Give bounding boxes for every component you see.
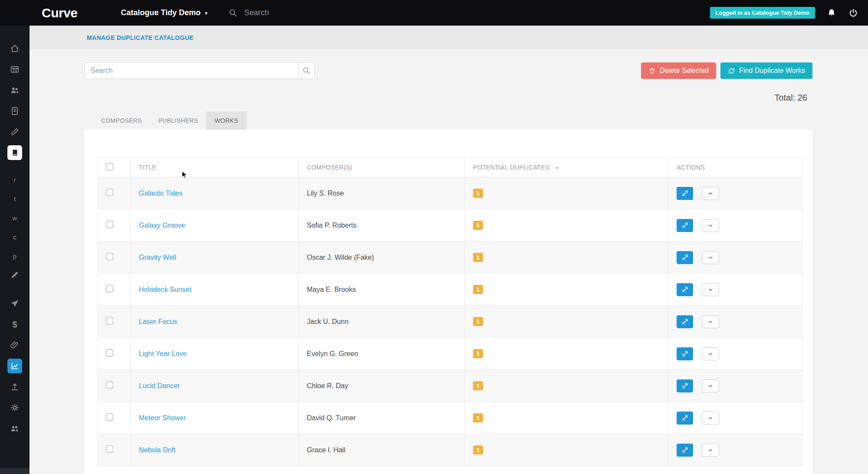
global-search xyxy=(228,8,382,18)
sidebar-item-settings[interactable] xyxy=(4,397,25,418)
row-actions-dropdown[interactable] xyxy=(702,219,719,232)
chevron-down-icon xyxy=(707,447,713,453)
sidebar-item-t[interactable]: t xyxy=(4,189,25,208)
sidebar-item-r[interactable]: r xyxy=(4,170,25,189)
content: Delete Selected Find Duplicate Works Tot… xyxy=(30,62,868,474)
sidebar-item-attachments[interactable] xyxy=(4,335,25,356)
pen-icon xyxy=(10,270,20,280)
sidebar-scrollbar[interactable] xyxy=(0,468,30,474)
row-actions-dropdown[interactable] xyxy=(702,251,719,264)
table-search-input[interactable] xyxy=(84,62,298,79)
sort-caret-icon xyxy=(554,165,560,171)
column-header-composers: COMPOSER(S) xyxy=(299,158,465,177)
row-actions-dropdown[interactable] xyxy=(702,283,719,296)
work-title-link[interactable]: Galactic Tides xyxy=(139,190,182,197)
table-row: Lucid Dancer Chloe R. Day 1 xyxy=(98,370,803,402)
row-checkbox[interactable] xyxy=(106,189,113,196)
row-actions-dropdown[interactable] xyxy=(702,347,719,360)
expand-duplicates-button[interactable] xyxy=(677,379,693,392)
logout-button[interactable] xyxy=(848,8,858,18)
column-label: POTENTIAL DUPLICATES xyxy=(473,164,549,171)
table-row: Gravity Well Oscar J. Wilde (Fake) 1 xyxy=(98,242,803,274)
find-duplicate-works-button[interactable]: Find Duplicate Works xyxy=(720,62,812,79)
expand-duplicates-button[interactable] xyxy=(677,251,693,264)
expand-arrows-icon xyxy=(682,286,688,293)
works-panel: TITLE COMPOSER(S) POTENTIAL DUPLICATES xyxy=(84,130,812,474)
row-actions-dropdown[interactable] xyxy=(702,315,719,328)
row-actions-dropdown[interactable] xyxy=(702,444,719,457)
work-composers: Chloe R. Day xyxy=(299,370,465,402)
work-composers: Sofia P. Roberts xyxy=(299,209,465,242)
select-all-checkbox[interactable] xyxy=(106,163,113,170)
work-title-link[interactable]: Nebula Drift xyxy=(139,446,175,454)
table-row: Galactic Tides Lily S. Rose 1 xyxy=(98,177,803,209)
row-checkbox[interactable] xyxy=(106,317,113,324)
power-icon xyxy=(848,8,858,18)
global-search-input[interactable] xyxy=(243,8,382,18)
row-checkbox[interactable] xyxy=(106,285,113,292)
notifications-button[interactable] xyxy=(826,8,837,18)
chevron-down-icon xyxy=(707,415,713,421)
row-actions-dropdown[interactable] xyxy=(702,379,719,392)
row-checkbox[interactable] xyxy=(106,349,113,356)
expand-duplicates-button[interactable] xyxy=(677,347,693,360)
org-selector-dropdown[interactable]: Catalogue Tidy Demo ▾ xyxy=(121,8,207,17)
work-title-link[interactable]: Gravity Well xyxy=(139,254,176,261)
sidebar-item-home[interactable] xyxy=(4,38,25,59)
expand-duplicates-button[interactable] xyxy=(677,444,693,457)
sidebar-item-edit[interactable] xyxy=(4,121,25,142)
work-title-link[interactable]: Meteor Shower xyxy=(139,414,186,422)
find-duplicates-label: Find Duplicate Works xyxy=(739,67,805,75)
work-title-link[interactable]: Holodeck Sunset xyxy=(139,286,191,293)
expand-duplicates-button[interactable] xyxy=(677,219,693,232)
sidebar-item-p[interactable]: p xyxy=(4,246,25,265)
sidebar-item-ledger[interactable] xyxy=(4,101,25,121)
expand-duplicates-button[interactable] xyxy=(677,412,693,425)
row-checkbox[interactable] xyxy=(106,253,113,260)
expand-duplicates-button[interactable] xyxy=(677,315,693,328)
row-actions-dropdown[interactable] xyxy=(702,412,719,425)
column-header-duplicates[interactable]: POTENTIAL DUPLICATES xyxy=(465,158,668,177)
sidebar-item-pen[interactable] xyxy=(4,265,25,284)
row-actions-dropdown[interactable] xyxy=(702,187,719,200)
work-title-link[interactable]: Laser Focus xyxy=(139,318,177,325)
breadcrumb[interactable]: MANAGE DUPLICATE CATALOGUE xyxy=(87,34,194,41)
sidebar-item-contacts[interactable] xyxy=(4,80,25,101)
delete-selected-button[interactable]: Delete Selected xyxy=(641,62,716,79)
table-search-button[interactable] xyxy=(298,62,315,79)
row-checkbox[interactable] xyxy=(106,445,113,453)
tab-composers[interactable]: COMPOSERS xyxy=(93,111,150,130)
sidebar-item-works-active[interactable] xyxy=(4,142,25,163)
sidebar-item-team[interactable] xyxy=(4,418,25,439)
sidebar-item-upload[interactable] xyxy=(4,376,25,397)
work-title-link[interactable]: Light Year Love xyxy=(139,350,187,357)
table-row: Nebula Drift Grace I. Hall 1 xyxy=(98,434,803,466)
expand-duplicates-button[interactable] xyxy=(677,187,693,200)
sidebar-item-w[interactable]: w xyxy=(4,208,25,227)
sidebar-item-c[interactable]: c xyxy=(4,227,25,246)
sidebar-item-analytics-active[interactable] xyxy=(4,356,25,376)
expand-arrows-icon xyxy=(682,318,688,325)
pencil-icon xyxy=(10,127,20,137)
tab-works[interactable]: WORKS xyxy=(206,111,246,130)
upload-icon xyxy=(10,382,20,392)
column-header-actions: ACTIONS xyxy=(668,158,803,177)
row-checkbox[interactable] xyxy=(106,413,113,421)
work-title-link[interactable]: Galaxy Groove xyxy=(139,222,185,229)
expand-duplicates-button[interactable] xyxy=(677,283,693,296)
duplicates-badge: 1 xyxy=(473,221,483,230)
tab-publishers[interactable]: PUBLISHERS xyxy=(150,111,207,130)
sidebar-item-send[interactable] xyxy=(4,293,25,314)
chevron-down-icon xyxy=(707,319,713,325)
sidebar-item-catalogue[interactable] xyxy=(4,59,25,80)
work-composers: Evelyn G. Green xyxy=(299,338,465,370)
search-icon xyxy=(228,8,238,18)
work-title-link[interactable]: Lucid Dancer xyxy=(139,382,180,389)
work-composers: Jack U. Dunn xyxy=(299,306,465,338)
sidebar-item-royalties[interactable]: $ xyxy=(4,314,25,335)
row-checkbox[interactable] xyxy=(106,221,113,228)
bell-icon xyxy=(826,8,837,18)
row-checkbox[interactable] xyxy=(106,381,113,389)
chevron-down-icon: ▾ xyxy=(205,10,207,16)
expand-arrows-icon xyxy=(682,222,688,229)
